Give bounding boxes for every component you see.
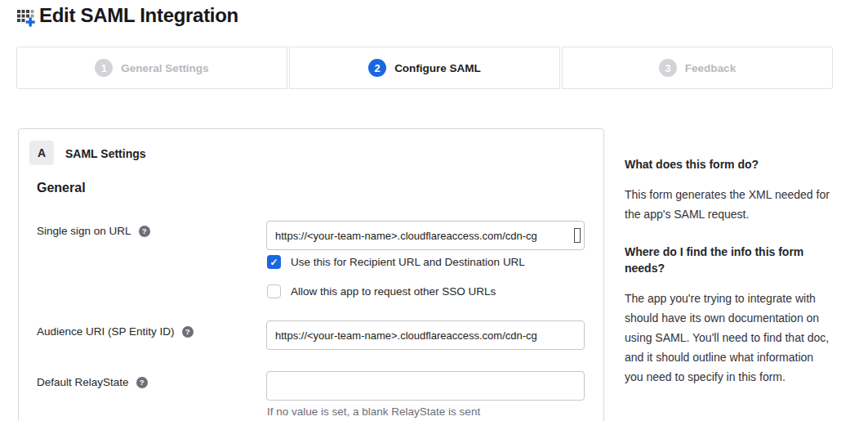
text-cursor <box>574 228 581 243</box>
field-label-sso: Single sign on URL ? <box>37 225 150 237</box>
step-label: Feedback <box>685 62 736 74</box>
help-body-what: This form generates the XML needed for t… <box>625 185 831 224</box>
wizard-steps: 1 General Settings 2 Configure SAML 3 Fe… <box>16 47 833 89</box>
relaystate-helper-text: If no value is set, a blank RelayState i… <box>267 405 480 418</box>
relaystate-input[interactable] <box>266 371 585 401</box>
help-heading-where: Where do I find the info this form needs… <box>625 244 831 276</box>
audience-label-text: Audience URI (SP Entity ID) <box>37 325 175 338</box>
sso-input-wrap <box>266 221 585 250</box>
audience-uri-input[interactable] <box>266 320 585 350</box>
section-title: SAML Settings <box>65 147 146 160</box>
recipient-url-check-label: Use this for Recipient URL and Destinati… <box>291 256 525 268</box>
sso-url-input[interactable] <box>266 221 585 250</box>
page-title: Edit SAML Integration <box>39 4 238 27</box>
wizard-step-feedback[interactable]: 3 Feedback <box>562 47 833 89</box>
other-sso-urls-check-label: Allow this app to request other SSO URLs <box>291 285 496 298</box>
recipient-url-check-row: ✓ Use this for Recipient URL and Destina… <box>267 255 525 269</box>
audience-input-wrap <box>266 320 585 350</box>
page: Edit SAML Integration 1 General Settings… <box>0 0 868 421</box>
other-sso-urls-check-row: Allow this app to request other SSO URLs <box>267 284 496 298</box>
help-heading-what: What does this form do? <box>625 156 831 172</box>
wizard-step-general-settings[interactable]: 1 General Settings <box>16 47 287 89</box>
wizard-step-configure-saml[interactable]: 2 Configure SAML <box>289 47 560 89</box>
step-label: General Settings <box>121 62 208 74</box>
group-title-general: General <box>37 181 86 195</box>
help-icon[interactable]: ? <box>136 377 148 388</box>
checkbox-unchecked-icon[interactable] <box>267 284 281 298</box>
step-label: Configure SAML <box>394 62 481 74</box>
help-icon[interactable]: ? <box>139 226 150 237</box>
checkbox-checked-icon[interactable]: ✓ <box>267 255 281 269</box>
sso-label-text: Single sign on URL <box>37 225 131 237</box>
help-sidebar: What does this form do? This form genera… <box>625 156 831 406</box>
section-badge: A <box>29 141 54 165</box>
saml-settings-panel: A SAML Settings General Single sign on U… <box>18 128 604 421</box>
field-label-relaystate: Default RelayState ? <box>37 376 148 388</box>
step-number-badge: 1 <box>95 59 113 77</box>
step-number-badge: 3 <box>659 59 677 77</box>
app-header: Edit SAML Integration <box>15 4 238 27</box>
relaystate-input-wrap <box>266 371 585 401</box>
step-number-badge: 2 <box>368 59 386 77</box>
help-icon[interactable]: ? <box>182 326 194 338</box>
app-grid-add-icon <box>15 5 37 27</box>
relaystate-label-text: Default RelayState <box>37 376 129 388</box>
field-label-audience: Audience URI (SP Entity ID) ? <box>37 325 194 338</box>
help-body-where: The app you're trying to integrate with … <box>625 289 831 387</box>
